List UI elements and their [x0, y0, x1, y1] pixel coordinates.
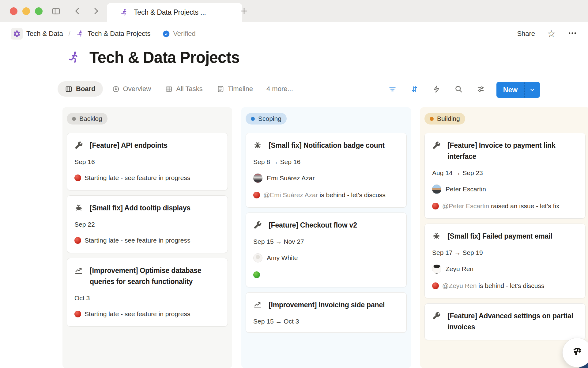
- ai-face-icon: [569, 345, 585, 361]
- sliders-icon[interactable]: [477, 85, 485, 93]
- board-icon: [65, 85, 73, 93]
- filter-icon[interactable]: [388, 85, 397, 93]
- card-status: Starting late - see feature in progress: [74, 309, 220, 319]
- tab-overview[interactable]: Overview: [107, 81, 156, 97]
- assignee-name: Zeyu Ren: [446, 265, 473, 273]
- sort-icon[interactable]: [410, 85, 419, 93]
- breadcrumb-divider: /: [69, 30, 70, 38]
- tab-board[interactable]: Board: [58, 81, 103, 97]
- app-window: Tech & Data Projects ... Tech & Data / T…: [0, 0, 588, 368]
- search-icon[interactable]: [454, 85, 463, 93]
- column-header-building[interactable]: Building: [424, 113, 465, 125]
- column-name: Backlog: [79, 115, 102, 122]
- forward-icon[interactable]: [91, 6, 100, 16]
- card-date: Sep 15 → Nov 27: [253, 238, 399, 245]
- runner-icon: [120, 8, 128, 17]
- runner-icon: [76, 30, 84, 38]
- status-mention: @Emi Suárez Azar: [263, 191, 318, 198]
- new-tab-icon[interactable]: [239, 6, 249, 16]
- card[interactable]: [Improvement] Invoicing side panel Sep 1…: [246, 292, 407, 333]
- card[interactable]: [Feature] API endpoints Sep 16 Starting …: [67, 133, 228, 190]
- share-button[interactable]: Share: [517, 30, 535, 38]
- green-circle-icon: [253, 271, 260, 278]
- card-title: [Small fix] Notification badge count: [269, 140, 385, 151]
- close-window-button[interactable]: [10, 7, 17, 15]
- chart-increasing-icon: [74, 266, 83, 275]
- tab-label: Timeline: [228, 85, 253, 93]
- card-title: [Small fix] Add tooltip displays: [90, 202, 190, 213]
- column-header-backlog[interactable]: Backlog: [67, 113, 107, 125]
- bug-icon: [74, 204, 83, 212]
- chevron-down-icon: [529, 87, 535, 93]
- avatar: [253, 253, 262, 263]
- status-text: Starting late - see feature in progress: [85, 237, 190, 244]
- back-icon[interactable]: [73, 6, 82, 16]
- card-date: Aug 14 → Sep 23: [432, 169, 578, 177]
- avatar: [432, 264, 441, 274]
- card-title: [Feature] Checkout flow v2: [269, 220, 357, 231]
- card-title: [Feature] Invoice to payment link interf…: [447, 140, 578, 162]
- traffic-lights: [10, 7, 43, 15]
- red-circle-icon: [74, 237, 81, 244]
- minimize-window-button[interactable]: [22, 7, 30, 15]
- column-name: Building: [437, 115, 460, 122]
- column-header-scoping[interactable]: Scoping: [246, 113, 287, 125]
- red-circle-icon: [432, 282, 439, 289]
- tab-label: Overview: [123, 85, 151, 93]
- card[interactable]: [Feature] Checkout flow v2 Sep 15 → Nov …: [246, 213, 407, 287]
- new-button-dropdown[interactable]: [524, 82, 540, 98]
- status-text: Starting late - see feature in progress: [85, 174, 190, 181]
- card-title: [Small fix] Failed payment email: [447, 231, 552, 242]
- card-assignee: Emi Suárez Azar: [253, 174, 399, 183]
- card[interactable]: [Improvement] Optimise database queries …: [67, 258, 228, 327]
- card-status: @Zeyu Ren is behind - let's discuss: [432, 281, 578, 291]
- status-dot-blue: [251, 117, 255, 121]
- status-text: is behind - let's discuss: [477, 282, 544, 289]
- red-circle-icon: [74, 311, 81, 317]
- status-text: is behind - let's discuss: [318, 191, 386, 198]
- card-status: @Emi Suárez Azar is behind - let's discu…: [253, 190, 399, 200]
- card[interactable]: [Small fix] Failed payment email Sep 17 …: [424, 224, 586, 298]
- card[interactable]: [Small fix] Add tooltip displays Sep 22 …: [67, 195, 228, 253]
- tab-title: Tech & Data Projects ...: [134, 8, 206, 17]
- more-options-icon[interactable]: [568, 29, 577, 39]
- card-assignee: Zeyu Ren: [432, 264, 578, 274]
- breadcrumb-workspace[interactable]: Tech & Data: [26, 30, 63, 38]
- card[interactable]: [Feature] Advanced settings on partial i…: [424, 303, 586, 340]
- card[interactable]: [Feature] Invoice to payment link interf…: [424, 133, 586, 219]
- column-backlog: Backlog [Feature] API endpoints Sep 16 S…: [62, 107, 232, 368]
- tab-label: All Tasks: [176, 85, 202, 93]
- breadcrumb-page[interactable]: Tech & Data Projects: [88, 30, 150, 38]
- overview-icon: [112, 85, 120, 93]
- bug-icon: [253, 141, 262, 150]
- card-status: [253, 270, 399, 280]
- status-text: raised an issue - let's fix: [489, 202, 559, 209]
- table-icon: [165, 85, 173, 93]
- assignee-name: Peter Escartin: [446, 186, 486, 193]
- more-views-button[interactable]: 4 more...: [266, 85, 293, 93]
- favorite-star-icon[interactable]: ☆: [547, 29, 556, 38]
- view-tabs: Board Overview All Tasks Timeline 4 more…: [58, 80, 293, 98]
- red-circle-icon: [432, 203, 439, 209]
- verified-label: Verified: [173, 30, 195, 38]
- column-scoping: Scoping [Small fix] Notification badge c…: [241, 107, 411, 368]
- card-title: [Improvement] Invoicing side panel: [269, 299, 385, 310]
- sidebar-toggle-icon[interactable]: [51, 6, 61, 16]
- wrench-icon: [432, 141, 441, 150]
- breadcrumb: Tech & Data / Tech & Data Projects Verif…: [0, 22, 588, 46]
- active-tab[interactable]: Tech & Data Projects ...: [107, 3, 242, 22]
- workspace-gear-icon[interactable]: [11, 28, 23, 40]
- card-date: Oct 3: [74, 294, 220, 302]
- card[interactable]: [Small fix] Notification badge count Sep…: [246, 133, 407, 208]
- avatar: [253, 174, 262, 183]
- tab-timeline[interactable]: Timeline: [212, 81, 258, 97]
- verified-badge[interactable]: Verified: [162, 30, 195, 38]
- lightning-icon[interactable]: [432, 85, 441, 93]
- page-title: Tech & Data Projects: [89, 48, 239, 67]
- timeline-icon: [217, 85, 224, 93]
- bug-icon: [432, 232, 441, 240]
- zoom-window-button[interactable]: [35, 7, 43, 15]
- tab-all-tasks[interactable]: All Tasks: [160, 81, 207, 97]
- wrench-icon: [253, 221, 262, 229]
- new-button[interactable]: New: [496, 82, 540, 98]
